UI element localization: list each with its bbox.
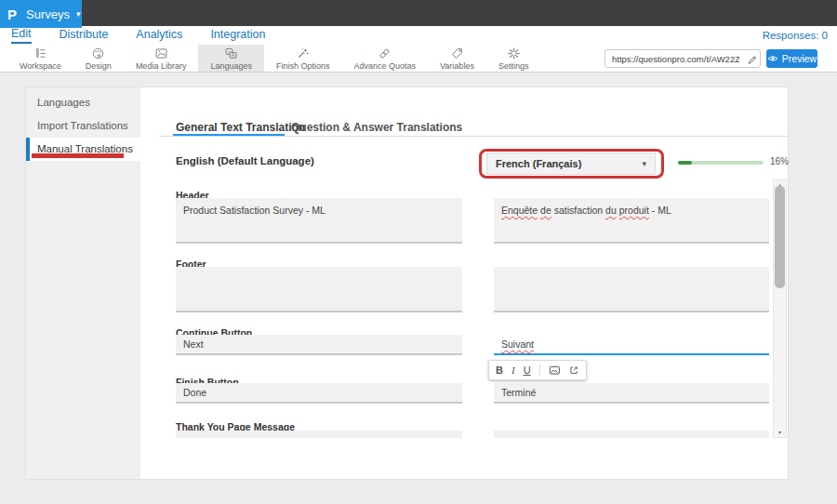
survey-url-input[interactable] xyxy=(605,54,743,64)
nav-tab-edit[interactable]: Edit xyxy=(11,27,32,44)
toolbar-item-workspace[interactable]: Workspace xyxy=(7,45,73,72)
scroll-down-arrow[interactable]: ▾ xyxy=(773,429,787,435)
dropdown-caret-icon: ▾ xyxy=(642,159,646,168)
thankyou-translation-textarea[interactable] xyxy=(494,431,769,438)
continue-source-input[interactable]: Next xyxy=(176,335,462,355)
insert-link-button[interactable] xyxy=(568,365,579,376)
toolbar-item-label: Design xyxy=(86,61,112,71)
toolbar-item-label: Finish Options xyxy=(276,61,330,71)
survey-url-field xyxy=(604,49,761,68)
bold-button[interactable]: B xyxy=(496,365,503,376)
header-source-textarea[interactable]: Product Satisfaction Survey - ML xyxy=(176,198,462,244)
header-translation-textarea[interactable]: Enquête de satisfaction du produit - ML xyxy=(494,198,769,244)
toolbar-item-finish-options[interactable]: Finish Options xyxy=(264,45,342,72)
toolbar-item-variables[interactable]: Variables xyxy=(428,45,486,72)
nav-tab-analytics[interactable]: Analytics xyxy=(136,28,182,43)
primary-nav: Edit Distribute Analytics Integration Re… xyxy=(0,26,837,45)
edit-url-pencil-icon[interactable] xyxy=(743,50,760,67)
toolbar-item-label: Workspace xyxy=(20,61,61,71)
target-language-dropdown[interactable]: French (Français) ▾ xyxy=(486,153,656,175)
annotation-underline xyxy=(32,153,124,158)
workspace-icon xyxy=(33,46,47,60)
toolbar-item-design[interactable]: Design xyxy=(73,45,124,72)
toolbar-separator xyxy=(539,365,540,377)
toolbar-item-label: Languages xyxy=(210,61,252,71)
underline-button[interactable]: U xyxy=(524,365,531,376)
preview-label: Preview xyxy=(782,53,817,64)
selected-language: French (Français) xyxy=(496,158,581,169)
eye-icon xyxy=(767,54,778,63)
preview-button[interactable]: Preview xyxy=(766,49,817,68)
continue-translation-input[interactable]: Suivant xyxy=(494,335,769,355)
format-toolbar: B I U xyxy=(488,360,587,380)
italic-button[interactable]: I xyxy=(512,365,515,376)
languages-panel: Languages Import Translations Manual Tra… xyxy=(25,86,789,480)
tab-question-answer-translations[interactable]: Question & Answer Translations xyxy=(291,121,462,134)
app-name: Surveys xyxy=(26,7,70,21)
footer-translation-textarea[interactable] xyxy=(494,267,769,312)
variables-tag-icon xyxy=(450,46,464,60)
translation-progress-bar xyxy=(678,161,764,165)
toolbar-item-label: Settings xyxy=(498,61,529,71)
top-bar xyxy=(0,0,837,26)
toolbar-item-media-library[interactable]: Media Library xyxy=(124,45,199,72)
sidebar-item-import-translations[interactable]: Import Translations xyxy=(26,114,140,138)
toolbar-item-label: Variables xyxy=(440,61,474,71)
default-language-label: English (Default Language) xyxy=(176,155,314,166)
languages-translate-icon: x A xyxy=(224,46,238,60)
toolbar-item-advance-quotas[interactable]: Advance Quotas xyxy=(341,45,428,72)
finish-options-wand-icon xyxy=(296,46,310,60)
responses-count-link[interactable]: Responses: 0 xyxy=(763,30,828,41)
progress-fill xyxy=(678,161,692,165)
progress-percent: 16% xyxy=(770,156,789,166)
toolbar-item-label: Advance Quotas xyxy=(353,61,416,71)
tab-general-text-translation[interactable]: General Text Translation xyxy=(176,121,305,134)
toolbar-item-settings[interactable]: Settings xyxy=(486,45,541,72)
design-palette-icon xyxy=(91,46,105,60)
media-library-icon xyxy=(154,46,168,60)
product-menu[interactable]: P Surveys ▾ xyxy=(0,0,82,28)
finish-source-input[interactable]: Done xyxy=(176,383,462,404)
footer-source-textarea[interactable] xyxy=(176,267,462,312)
settings-gear-icon xyxy=(507,46,521,60)
advance-quotas-chain-icon xyxy=(378,46,392,60)
toolbar-item-languages[interactable]: x A Languages xyxy=(198,45,264,72)
scrollbar-thumb[interactable] xyxy=(775,186,785,288)
chevron-down-icon: ▾ xyxy=(76,9,81,19)
thankyou-source-textarea[interactable] xyxy=(176,431,462,438)
questionpro-logo-icon[interactable]: P xyxy=(7,7,17,22)
insert-image-button[interactable] xyxy=(549,365,561,376)
nav-tab-integration[interactable]: Integration xyxy=(210,28,265,43)
toolbar-item-label: Media Library xyxy=(136,61,187,71)
page: P Surveys ▾ My Surveys > Product Satisfa… xyxy=(0,0,837,504)
finish-translation-input[interactable]: Terminé xyxy=(494,383,769,404)
translations-sidebar: Languages Import Translations Manual Tra… xyxy=(26,87,140,479)
sidebar-item-languages[interactable]: Languages xyxy=(26,91,140,114)
tabs-divider xyxy=(159,136,788,137)
nav-tab-distribute[interactable]: Distribute xyxy=(60,28,109,43)
